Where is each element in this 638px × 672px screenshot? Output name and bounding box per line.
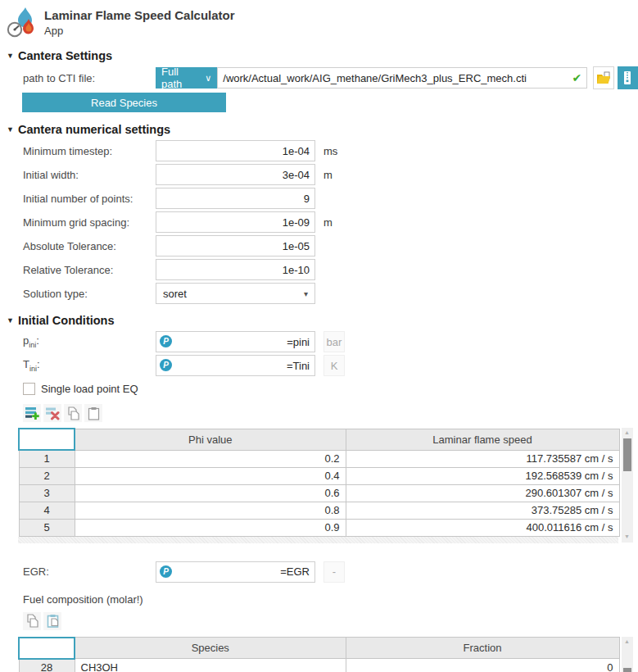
scroll-up-icon[interactable]: ▲	[622, 637, 633, 647]
collapse-triangle-icon[interactable]: ▼	[7, 125, 14, 134]
solution-type-value: soret	[163, 288, 187, 300]
row-number[interactable]: 1	[19, 450, 75, 467]
numeric-field-input[interactable]	[156, 235, 315, 257]
flame-speed-cell[interactable]: 290.601307 cm / s	[346, 484, 619, 502]
field-label: Minimum grid spacing:	[23, 216, 156, 229]
parameter-link-icon: P	[160, 335, 172, 347]
phi-table-row: 5 0.9 400.011616 cm / s	[19, 519, 619, 536]
species-column-header[interactable]: Species	[75, 638, 346, 659]
checkbox-label: Single load point EQ	[41, 383, 138, 395]
section-initial-conditions[interactable]: ▼ Initial Conditions	[0, 314, 638, 327]
numeric-field-input[interactable]	[156, 140, 315, 161]
read-species-button[interactable]: Read Species	[22, 93, 226, 112]
phi-column-header[interactable]: Phi value	[75, 429, 346, 450]
page-subtitle: App	[44, 25, 235, 37]
pini-unit: bar	[324, 331, 345, 352]
numeric-field-row: Initial width: m	[0, 164, 638, 185]
fuel-composition-label: Fuel composition (molar!)	[0, 593, 638, 606]
fuel-table-toolbar	[0, 612, 638, 630]
fraction-column-header[interactable]: Fraction	[346, 638, 619, 659]
egr-label: EGR:	[23, 565, 156, 578]
field-label: Minimum timestep:	[23, 145, 156, 157]
cti-path-row: path to CTI file: Full path ∨ ✔	[0, 66, 638, 89]
phi-value-cell[interactable]: 0.2	[75, 450, 346, 467]
collapse-triangle-icon[interactable]: ▼	[7, 52, 14, 60]
numeric-field-input[interactable]	[156, 211, 315, 233]
tini-unit: K	[324, 355, 345, 376]
phi-table-row: 2 0.4 192.568539 cm / s	[19, 467, 619, 484]
scroll-up-icon[interactable]: ▲	[622, 428, 633, 438]
flame-speed-cell[interactable]: 117.735587 cm / s	[346, 450, 619, 467]
section-numerical-settings[interactable]: ▼ Cantera numerical settings	[0, 123, 638, 136]
section-cantera-settings[interactable]: ▼ Cantera Settings	[0, 49, 638, 62]
numeric-field-row: Minimum grid spacing: m	[0, 211, 638, 233]
table-corner-cell[interactable]	[19, 638, 75, 659]
row-number[interactable]: 4	[19, 502, 75, 519]
valid-check-icon: ✔	[572, 71, 582, 84]
phi-value-cell[interactable]: 0.6	[75, 484, 346, 502]
single-load-point-eq-checkbox[interactable]	[23, 383, 35, 395]
copy-icon	[66, 406, 79, 420]
vertical-scrollbar[interactable]: ▲ ▼	[622, 428, 633, 543]
paste-table-button[interactable]	[43, 612, 61, 630]
paste-icon	[47, 614, 59, 628]
copy-table-button[interactable]	[64, 404, 82, 422]
field-label: Initial width:	[23, 169, 156, 181]
horizontal-scrollbar[interactable]	[18, 537, 618, 543]
laminar-flame-speed-app: Laminar Flame Speed Calculator App ▼ Can…	[0, 0, 638, 672]
parameter-link-icon: P	[160, 359, 172, 371]
pini-input[interactable]	[156, 331, 315, 352]
scroll-down-icon[interactable]: ▼	[622, 532, 633, 542]
zip-mech-button[interactable]	[618, 66, 638, 89]
phi-table-wrap: Phi value Laminar flame speed 1 0.2 117.…	[18, 428, 638, 543]
phi-value-cell[interactable]: 0.9	[75, 519, 346, 536]
open-file-button[interactable]	[593, 66, 613, 89]
paste-table-button[interactable]	[84, 404, 102, 422]
cti-path-input[interactable]	[217, 67, 587, 89]
flame-speed-cell[interactable]: 400.011616 cm / s	[346, 519, 619, 536]
field-label: Solution type:	[23, 288, 156, 300]
vertical-scrollbar[interactable]: ▲	[622, 637, 633, 672]
species-cell[interactable]: CH3OH	[75, 659, 346, 672]
single-eq-row: Single load point EQ	[0, 381, 638, 396]
field-label: Absolute Tolerance:	[23, 240, 156, 252]
add-row-button[interactable]	[23, 404, 41, 422]
phi-table-row: 4 0.8 373.75285 cm / s	[19, 502, 619, 519]
numeric-field-input[interactable]	[156, 188, 315, 209]
phi-value-cell[interactable]: 0.4	[75, 467, 346, 484]
flame-speed-cell[interactable]: 373.75285 cm / s	[346, 502, 619, 519]
fuel-table-wrap: Species Fraction 28 CH3OH 0	[18, 637, 638, 672]
path-mode-dropdown[interactable]: Full path ∨	[156, 67, 217, 89]
delete-row-button[interactable]	[43, 404, 61, 422]
egr-input[interactable]	[156, 561, 315, 583]
tini-input[interactable]	[156, 355, 315, 376]
pini-label: pini:	[23, 334, 156, 349]
numeric-field-input[interactable]	[156, 164, 315, 185]
speed-column-header[interactable]: Laminar flame speed	[346, 429, 619, 450]
table-corner-cell[interactable]	[19, 429, 75, 450]
solution-type-select[interactable]: soret ▾	[156, 283, 315, 304]
chevron-down-icon: ∨	[205, 73, 211, 84]
numeric-field-row: Minimum timestep: ms	[0, 140, 638, 161]
tini-row: Tini: P K	[0, 355, 638, 376]
delete-row-icon	[45, 406, 60, 420]
row-number[interactable]: 2	[19, 467, 75, 484]
paste-icon	[88, 406, 100, 420]
chevron-down-icon: ▾	[304, 289, 308, 298]
row-number[interactable]: 28	[19, 659, 75, 672]
scrollbar-thumb[interactable]	[623, 668, 631, 672]
copy-table-button[interactable]	[23, 612, 41, 630]
collapse-triangle-icon[interactable]: ▼	[7, 316, 14, 325]
section-title: Initial Conditions	[18, 314, 115, 327]
app-header: Laminar Flame Speed Calculator App	[0, 0, 638, 41]
flame-speed-cell[interactable]: 192.568539 cm / s	[346, 467, 619, 484]
fraction-cell[interactable]: 0	[346, 659, 619, 672]
numeric-field-row: Relative Tolerance:	[0, 259, 638, 280]
field-unit: m	[324, 216, 333, 229]
row-number[interactable]: 5	[19, 519, 75, 536]
fuel-table-clip: Species Fraction 28 CH3OH 0	[0, 637, 638, 672]
phi-value-cell[interactable]: 0.8	[75, 502, 346, 519]
scrollbar-thumb[interactable]	[623, 438, 631, 471]
numeric-field-input[interactable]	[156, 259, 315, 280]
row-number[interactable]: 3	[19, 484, 75, 502]
